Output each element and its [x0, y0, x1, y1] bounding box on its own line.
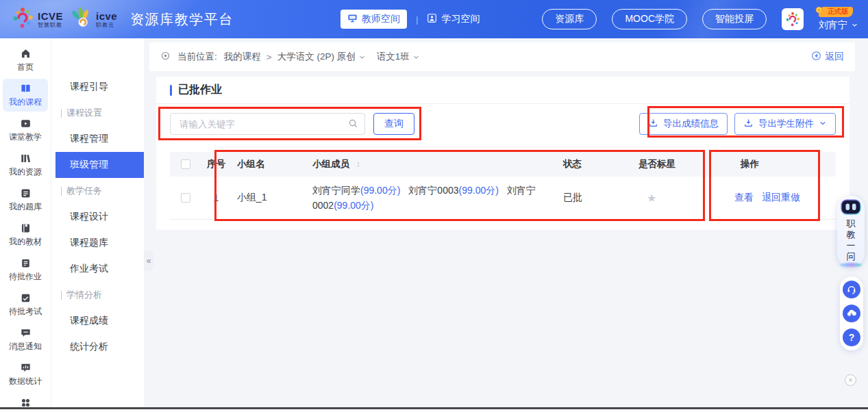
view-link[interactable]: 查看 [734, 192, 754, 204]
assistant-label-char: 教 [847, 229, 856, 240]
download-icon [648, 118, 658, 130]
resources-icon [20, 153, 32, 164]
avatar[interactable] [782, 8, 804, 30]
search-input[interactable] [170, 113, 365, 135]
menu-item-课程题库[interactable]: 课程题库 [51, 230, 144, 256]
return-redo-link[interactable]: 退回重做 [762, 192, 800, 204]
class-dropdown[interactable]: 语文1班 [377, 51, 420, 63]
study-space-button[interactable]: 学习空间 [427, 13, 480, 25]
sidebar-item-home[interactable]: 首页 [3, 44, 48, 77]
close-float-icon[interactable]: × [845, 374, 856, 386]
icve-swirl-logo-icon [11, 6, 34, 32]
sidebar-item-courses[interactable]: 我的课程 [3, 79, 48, 112]
select-all-checkbox[interactable] [181, 159, 190, 169]
breadcrumb-root[interactable]: 我的课程 [224, 51, 261, 63]
sidebar-item-label: 消息通知 [9, 341, 42, 352]
breadcrumb: 当前位置: 我的课程 > 大学语文 (2P) 原创 语文1班 返回 [149, 42, 855, 71]
sidebar-item-label: 待批作业 [9, 271, 42, 283]
member-score: (99.00分) [459, 185, 499, 196]
chevron-down-icon [819, 119, 827, 129]
sidebar-collapse-handle[interactable]: « [144, 250, 153, 271]
group-name: 小组_1 [232, 192, 307, 204]
menu-item-课程成绩[interactable]: 课程成绩 [51, 308, 144, 334]
col-status: 状态 [552, 158, 628, 170]
quick-action-rail: ? [840, 276, 863, 350]
customer-service-icon[interactable] [843, 281, 860, 298]
sidebar-item-stats[interactable]: 数据统计 [3, 358, 48, 391]
chevron-down-icon [412, 53, 420, 61]
export-button-group: 导出成绩信息导出学生附件 [639, 113, 836, 135]
sidebar-item-label: 我的教材 [9, 236, 42, 248]
avatar-swirl-icon [784, 11, 801, 27]
cloud-download-icon[interactable] [843, 305, 860, 322]
export-grades-button[interactable]: 导出成绩信息 [639, 113, 728, 135]
messages-icon [20, 327, 32, 339]
user-block: 正式版 刘宵宁 [819, 7, 858, 31]
query-button[interactable]: 查询 [373, 113, 414, 135]
row-checkbox[interactable] [181, 193, 190, 203]
pill-resource-library[interactable]: 资源库 [542, 9, 597, 29]
star-icon[interactable]: ★ [647, 192, 656, 204]
chevron-down-icon [358, 53, 366, 61]
sidebar-item-resources[interactable]: 我的资源 [3, 149, 48, 181]
sort-icon[interactable] [355, 160, 362, 168]
back-button[interactable]: 返回 [811, 51, 844, 63]
search-box [170, 113, 365, 135]
header-right: 资源库MOOC学院智能投屏 正式版 刘宵宁 [542, 7, 868, 31]
main-card: 已批作业 查询 导出成绩信息导出学生附件 序号小组名小组成员状态是否标星操作 1… [156, 77, 850, 230]
header-pill-group: 资源库MOOC学院智能投屏 [542, 9, 767, 29]
menu-item-课程管理[interactable]: 课程管理 [51, 126, 144, 152]
member-score: (99.00分) [360, 185, 400, 196]
table-body: 1小组_1刘宵宁同学(99.00分)刘宵宁0003(99.00分)刘宵宁0002… [170, 177, 836, 220]
teacher-space-button[interactable]: 教师空间 [340, 10, 407, 29]
help-icon[interactable]: ? [843, 329, 860, 346]
icve-zhihui-logo: ICVE 智慧职教 [11, 6, 63, 32]
sidebar-item-label: 我的课程 [9, 96, 42, 108]
member: 刘宵宁0003(99.00分) [408, 185, 499, 196]
sidebar-item-exam[interactable]: 待批考试 [3, 288, 48, 321]
menu-item-课程引导[interactable]: 课程引导 [51, 74, 144, 100]
menu-section-label: 教学任务 [51, 178, 144, 204]
logo2-brand: icve [96, 11, 117, 21]
menu-section-label: 学情分析 [51, 282, 144, 308]
pill-mooc-college[interactable]: MOOC学院 [612, 9, 687, 29]
menu-item-作业考试[interactable]: 作业考试 [51, 256, 144, 282]
member: 刘宵宁同学(99.00分) [312, 185, 400, 196]
sidebar-item-classroom[interactable]: 课堂教学 [3, 114, 48, 146]
person-square-icon [427, 13, 437, 25]
assistant-widget[interactable]: 职教一问 [837, 196, 865, 267]
assistant-wave-decoration [840, 263, 862, 267]
menu-item-班级管理[interactable]: 班级管理 [55, 152, 144, 178]
robot-icon [841, 198, 861, 218]
sidebar-item-textbook[interactable]: 我的教材 [3, 218, 48, 251]
app-root: ICVE 智慧职教 icve 职教云 [0, 0, 868, 412]
menu-item-课程设计[interactable]: 课程设计 [51, 204, 144, 230]
assistant-label-char: 一 [847, 240, 856, 251]
page-title: 已批作业 [178, 83, 222, 97]
sidebar-item-qbank[interactable]: 我的题库 [3, 183, 48, 216]
classroom-icon [20, 118, 32, 129]
col-operations: 操作 [710, 158, 836, 170]
sidebar-item-messages[interactable]: 消息通知 [3, 323, 48, 356]
logo1-sub: 智慧职教 [38, 23, 63, 28]
pill-smart-cast[interactable]: 智能投屏 [702, 9, 767, 29]
col-members: 小组成员 [307, 158, 552, 170]
sidebar-item-label: 我的资源 [9, 166, 42, 178]
table-header-row: 序号小组名小组成员状态是否标星操作 [170, 152, 836, 177]
menu-section-label: 课程设置 [51, 100, 144, 126]
sidebar-item-label: 课堂教学 [9, 131, 42, 143]
course-dropdown[interactable]: 大学语文 (2P) 原创 [277, 51, 366, 63]
icon-sidebar: 首页我的课程课堂教学我的资源我的题库我的教材待批作业待批考试消息通知数据统计第三… [0, 38, 51, 407]
qbank-icon [20, 188, 32, 199]
user-menu[interactable]: 刘宵宁 [819, 19, 858, 31]
version-badge: 正式版 [819, 7, 853, 17]
search-icon[interactable] [348, 118, 358, 131]
location-icon [160, 51, 171, 63]
sidebar-item-label: 我的题库 [9, 201, 42, 213]
export-attachments-button[interactable]: 导出学生附件 [734, 113, 836, 135]
table-row: 1小组_1刘宵宁同学(99.00分)刘宵宁0003(99.00分)刘宵宁0002… [170, 177, 836, 220]
textbook-icon [20, 222, 32, 234]
site-title: 资源库教学平台 [130, 10, 234, 29]
sidebar-item-homework[interactable]: 待批作业 [3, 253, 48, 286]
menu-item-统计分析[interactable]: 统计分析 [51, 334, 144, 360]
